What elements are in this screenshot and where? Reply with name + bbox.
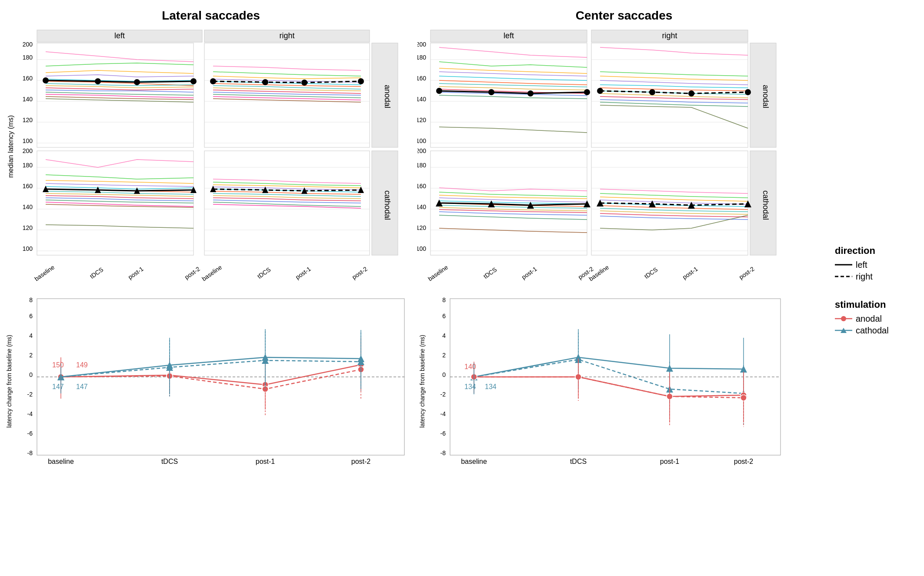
stimulation-legend-title: stimulation [835,299,920,310]
svg-text:post-2: post-2 [351,458,371,465]
svg-text:post-1: post-1 [660,458,680,465]
stimulation-anodal-label: anodal [856,314,882,324]
direction-right-item: right [835,272,920,282]
left-panel: Lateral saccades left right anodal catho… [4,9,417,572]
svg-text:140: 140 [23,203,33,210]
right-title: Center saccades [417,9,831,23]
stimulation-anodal-item: anodal [835,314,920,324]
svg-rect-9 [37,43,193,147]
svg-point-153 [649,89,655,95]
svg-text:0: 0 [442,371,446,378]
svg-rect-146 [591,43,748,147]
svg-point-145 [584,89,590,95]
svg-text:post-2: post-2 [734,458,754,465]
direction-left-icon [835,261,852,268]
svg-text:-8: -8 [440,449,446,456]
svg-text:-4: -4 [440,410,446,417]
svg-text:180: 180 [417,54,426,61]
stimulation-anodal-icon [835,315,852,322]
svg-point-31 [210,78,216,84]
svg-text:tDCS: tDCS [161,458,178,465]
svg-text:6: 6 [442,313,446,320]
lateral-bottom-chart: -8 -6 -4 -2 0 2 4 6 8 [4,294,417,468]
svg-text:left: left [504,31,514,40]
svg-text:-8: -8 [27,449,33,456]
svg-text:150: 150 [52,361,64,369]
svg-point-152 [597,88,603,94]
svg-text:latency change from baseline (: latency change from baseline (ms) [419,335,426,428]
svg-text:180: 180 [417,162,426,169]
svg-text:post-1: post-1 [256,458,275,465]
svg-text:tDCS: tDCS [643,266,659,280]
svg-point-144 [527,90,534,97]
svg-text:160: 160 [23,183,33,190]
svg-text:median latency (ms): median latency (ms) [7,115,14,178]
svg-point-143 [488,89,494,95]
direction-legend: direction left right [835,245,920,282]
svg-point-22 [95,78,101,84]
svg-text:-2: -2 [440,391,446,398]
svg-text:160: 160 [417,75,426,82]
svg-text:tDCS: tDCS [482,266,498,280]
svg-text:100: 100 [23,245,33,252]
svg-text:8: 8 [442,296,446,303]
svg-text:-6: -6 [27,430,33,437]
svg-point-154 [688,90,694,97]
svg-point-32 [262,79,268,85]
direction-left-label: left [856,260,867,270]
svg-text:180: 180 [23,162,33,169]
svg-text:6: 6 [29,313,33,320]
svg-text:100: 100 [23,137,33,144]
stimulation-cathodal-label: cathodal [856,326,889,336]
lateral-top-chart: left right anodal cathodal 100 120 140 1… [4,25,417,294]
svg-point-21 [43,77,49,83]
svg-text:tDCS: tDCS [570,458,587,465]
svg-text:0: 0 [29,371,33,378]
svg-text:100: 100 [417,245,426,252]
center-bottom-chart: -8 -6 -4 -2 0 2 4 6 8 [417,294,831,468]
right-panel: Center saccades left right anodal cathod… [417,9,831,572]
svg-text:post-1: post-1 [681,265,699,281]
svg-text:120: 120 [23,224,33,231]
stimulation-legend: stimulation anodal cathodal [835,299,920,336]
svg-text:anodal: anodal [761,85,770,108]
svg-text:left: left [114,31,125,40]
left-title: Lateral saccades [4,9,417,23]
direction-left-item: left [835,260,920,270]
svg-text:140: 140 [23,96,33,103]
legend-panel: direction left right stimulation [831,9,920,572]
svg-text:post-2: post-2 [738,265,756,281]
center-top-chart: left right anodal cathodal 100 120 140 1… [417,25,831,294]
svg-text:baseline: baseline [461,458,487,465]
svg-text:8: 8 [29,296,33,303]
main-container: Lateral saccades left right anodal catho… [0,0,924,576]
svg-point-24 [190,78,197,84]
svg-point-23 [134,79,140,85]
svg-text:2: 2 [442,352,446,359]
svg-text:-6: -6 [440,430,446,437]
stimulation-cathodal-icon [835,327,852,334]
svg-text:147: 147 [52,383,64,390]
svg-text:160: 160 [23,75,33,82]
svg-text:100: 100 [417,137,426,144]
svg-text:200: 200 [23,41,33,48]
svg-rect-35 [37,151,193,255]
direction-right-label: right [856,272,873,282]
svg-text:120: 120 [23,117,33,123]
svg-text:cathodal: cathodal [383,190,392,220]
svg-text:4: 4 [29,332,33,339]
svg-text:120: 120 [417,117,426,123]
svg-text:right: right [279,31,294,40]
svg-text:2: 2 [29,352,33,359]
svg-point-34 [358,78,364,84]
svg-text:-4: -4 [27,410,33,417]
direction-right-icon [835,273,852,280]
svg-text:baseline: baseline [427,263,449,282]
svg-text:200: 200 [417,147,426,154]
svg-point-33 [301,80,307,86]
svg-point-142 [436,88,442,94]
svg-point-242 [841,316,846,321]
svg-text:147: 147 [76,383,88,390]
svg-text:134: 134 [464,383,476,390]
svg-text:-2: -2 [27,391,33,398]
